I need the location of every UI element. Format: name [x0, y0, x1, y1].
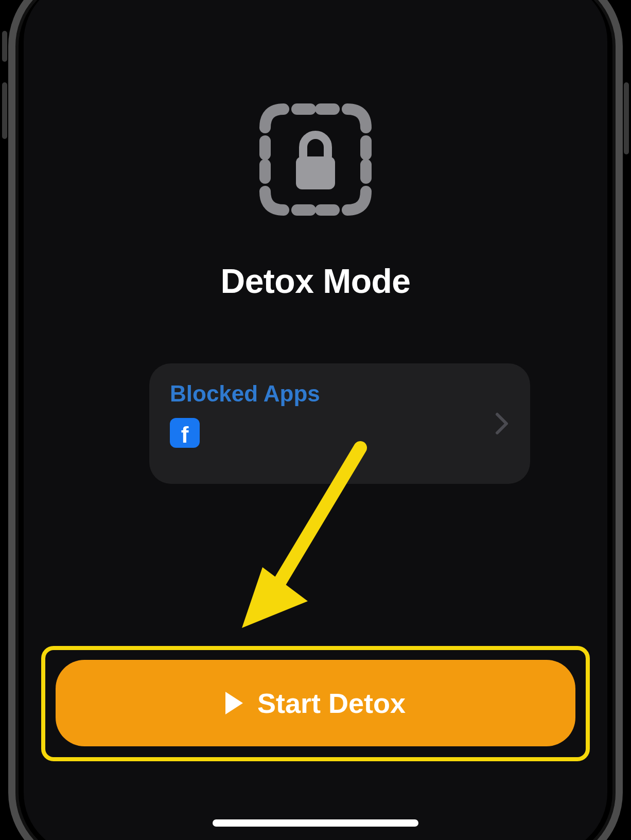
svg-rect-8 — [296, 156, 335, 189]
canvas: Detox Mode Blocked Apps f Start Detox — [0, 0, 631, 840]
home-indicator[interactable] — [213, 819, 418, 827]
page-title: Detox Mode — [24, 261, 607, 301]
blocked-apps-card[interactable]: Blocked Apps f — [149, 363, 530, 484]
lock-dashed-square-icon — [259, 103, 372, 216]
device-side-button — [624, 82, 629, 154]
chevron-right-icon — [495, 412, 510, 435]
start-detox-button[interactable]: Start Detox — [56, 660, 575, 746]
blocked-apps-list: f — [170, 418, 510, 448]
device-side-button — [2, 82, 7, 139]
blocked-apps-label: Blocked Apps — [170, 381, 510, 407]
start-detox-label: Start Detox — [257, 687, 406, 719]
facebook-icon: f — [170, 418, 200, 448]
device-side-button — [2, 31, 7, 62]
play-icon — [225, 692, 243, 714]
